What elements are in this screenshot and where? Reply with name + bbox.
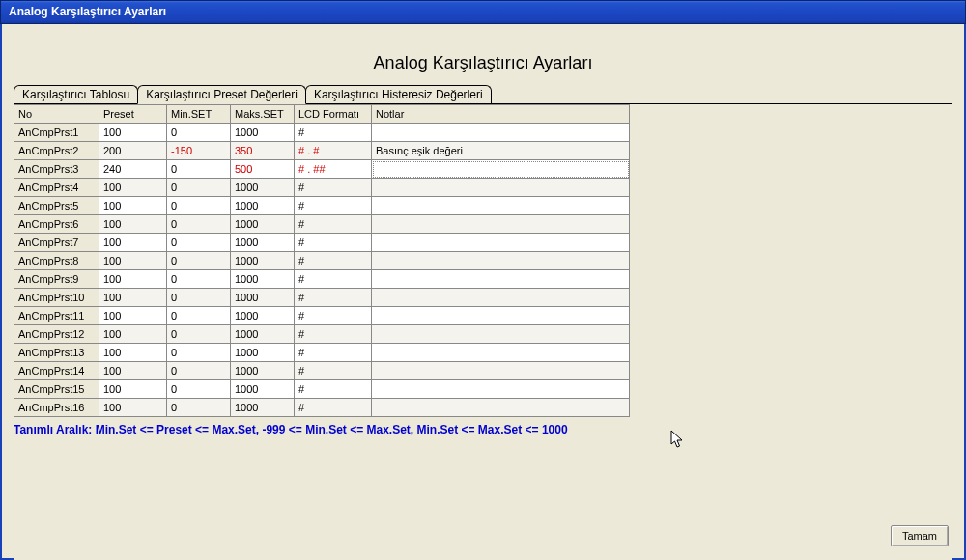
cell-min[interactable]: 0 bbox=[167, 215, 231, 234]
col-no[interactable]: No bbox=[14, 105, 99, 124]
cell-max[interactable]: 1000 bbox=[231, 344, 295, 362]
cell-preset[interactable]: 100 bbox=[99, 234, 167, 252]
col-maxset[interactable]: Maks.SET bbox=[231, 105, 295, 124]
cell-notes[interactable] bbox=[372, 362, 630, 380]
cell-lcd[interactable]: # bbox=[295, 362, 372, 380]
cell-lcd[interactable]: # bbox=[295, 344, 372, 362]
col-minset[interactable]: Min.SET bbox=[167, 105, 231, 124]
table-row: AnCmpPrst1110001000# bbox=[14, 307, 630, 325]
table-row: AnCmpPrst910001000# bbox=[14, 270, 630, 289]
cell-preset[interactable]: 100 bbox=[99, 270, 167, 289]
cell-lcd[interactable]: # bbox=[295, 380, 372, 399]
cell-preset[interactable]: 100 bbox=[99, 179, 167, 197]
cell-notes[interactable] bbox=[372, 325, 630, 344]
cell-min[interactable]: 0 bbox=[167, 252, 231, 270]
cell-preset[interactable]: 100 bbox=[99, 289, 167, 307]
cell-min[interactable]: 0 bbox=[167, 124, 231, 142]
cell-notes[interactable] bbox=[372, 215, 630, 234]
cell-notes[interactable] bbox=[372, 270, 630, 289]
cell-max[interactable]: 1000 bbox=[231, 252, 295, 270]
cell-notes[interactable] bbox=[372, 399, 630, 417]
tab-comparator-table[interactable]: Karşılaştırıcı Tablosu bbox=[14, 85, 138, 103]
table-row: AnCmpPrst1010001000# bbox=[14, 289, 630, 307]
cell-notes[interactable] bbox=[372, 234, 630, 252]
cell-preset[interactable]: 100 bbox=[99, 362, 167, 380]
cell-notes[interactable] bbox=[372, 160, 630, 179]
cell-lcd[interactable]: # bbox=[295, 179, 372, 197]
cell-notes[interactable] bbox=[372, 380, 630, 399]
table-row: AnCmpPrst1610001000# bbox=[14, 399, 630, 417]
cell-notes[interactable] bbox=[372, 179, 630, 197]
cell-lcd[interactable]: # bbox=[295, 270, 372, 289]
cell-max[interactable]: 1000 bbox=[231, 270, 295, 289]
cell-max[interactable]: 1000 bbox=[231, 380, 295, 399]
cell-preset[interactable]: 100 bbox=[99, 399, 167, 417]
cell-preset[interactable]: 100 bbox=[99, 344, 167, 362]
col-preset[interactable]: Preset bbox=[99, 105, 167, 124]
cell-max[interactable]: 500 bbox=[231, 160, 295, 179]
cell-min[interactable]: 0 bbox=[167, 399, 231, 417]
cell-notes[interactable] bbox=[372, 124, 630, 142]
cell-lcd[interactable]: # . ## bbox=[295, 160, 372, 179]
cell-no: AnCmpPrst7 bbox=[14, 234, 99, 252]
cell-lcd[interactable]: # bbox=[295, 252, 372, 270]
cell-preset[interactable]: 100 bbox=[99, 325, 167, 344]
cell-notes[interactable] bbox=[372, 289, 630, 307]
cell-preset[interactable]: 100 bbox=[99, 124, 167, 142]
cell-max[interactable]: 1000 bbox=[231, 124, 295, 142]
cell-preset[interactable]: 100 bbox=[99, 252, 167, 270]
cell-preset[interactable]: 100 bbox=[99, 307, 167, 325]
cell-no: AnCmpPrst6 bbox=[14, 215, 99, 234]
cell-lcd[interactable]: # bbox=[295, 215, 372, 234]
cell-min[interactable]: 0 bbox=[167, 197, 231, 215]
cell-notes[interactable] bbox=[372, 307, 630, 325]
cell-min[interactable]: 0 bbox=[167, 344, 231, 362]
cell-min[interactable]: 0 bbox=[167, 325, 231, 344]
col-lcd[interactable]: LCD Formatı bbox=[295, 105, 372, 124]
cell-notes[interactable] bbox=[372, 252, 630, 270]
cell-max[interactable]: 1000 bbox=[231, 179, 295, 197]
table-header-row: No Preset Min.SET Maks.SET LCD Formatı N… bbox=[14, 105, 630, 124]
cell-notes[interactable] bbox=[372, 197, 630, 215]
cell-no: AnCmpPrst13 bbox=[14, 344, 99, 362]
cell-preset[interactable]: 240 bbox=[99, 160, 167, 179]
tab-hysteresis-values[interactable]: Karşılaştırıcı Histeresiz Değerleri bbox=[305, 85, 492, 103]
page-title: Analog Karşılaştırıcı Ayarları bbox=[14, 53, 952, 73]
cell-lcd[interactable]: # bbox=[295, 234, 372, 252]
cell-min[interactable]: 0 bbox=[167, 307, 231, 325]
cell-min[interactable]: 0 bbox=[167, 234, 231, 252]
cell-min[interactable]: 0 bbox=[167, 289, 231, 307]
cell-max[interactable]: 1000 bbox=[231, 325, 295, 344]
cell-min[interactable]: 0 bbox=[167, 362, 231, 380]
cell-max[interactable]: 1000 bbox=[231, 307, 295, 325]
cell-lcd[interactable]: # bbox=[295, 124, 372, 142]
tab-preset-values[interactable]: Karşılaştırıcı Preset Değerleri bbox=[137, 85, 306, 104]
cell-max[interactable]: 1000 bbox=[231, 289, 295, 307]
cell-preset[interactable]: 200 bbox=[99, 142, 167, 160]
col-notes[interactable]: Notlar bbox=[372, 105, 630, 124]
cell-max[interactable]: 1000 bbox=[231, 197, 295, 215]
cell-notes[interactable]: Basınç eşik değeri bbox=[372, 142, 630, 160]
ok-button[interactable]: Tamam bbox=[891, 525, 949, 546]
cell-max[interactable]: 350 bbox=[231, 142, 295, 160]
cell-min[interactable]: 0 bbox=[167, 160, 231, 179]
cell-lcd[interactable]: # bbox=[295, 399, 372, 417]
cell-preset[interactable]: 100 bbox=[99, 215, 167, 234]
cell-max[interactable]: 1000 bbox=[231, 362, 295, 380]
cell-max[interactable]: 1000 bbox=[231, 215, 295, 234]
cell-preset[interactable]: 100 bbox=[99, 380, 167, 399]
cell-lcd[interactable]: # bbox=[295, 307, 372, 325]
cell-min[interactable]: 0 bbox=[167, 179, 231, 197]
cell-lcd[interactable]: # bbox=[295, 197, 372, 215]
cell-max[interactable]: 1000 bbox=[231, 234, 295, 252]
cell-lcd[interactable]: # bbox=[295, 325, 372, 344]
cell-min[interactable]: 0 bbox=[167, 380, 231, 399]
cell-lcd[interactable]: # bbox=[295, 289, 372, 307]
cell-min[interactable]: -150 bbox=[167, 142, 231, 160]
cell-min[interactable]: 0 bbox=[167, 270, 231, 289]
cell-notes[interactable] bbox=[372, 344, 630, 362]
tab-strip: Karşılaştırıcı Tablosu Karşılaştırıcı Pr… bbox=[14, 85, 952, 104]
cell-preset[interactable]: 100 bbox=[99, 197, 167, 215]
cell-max[interactable]: 1000 bbox=[231, 399, 295, 417]
cell-lcd[interactable]: # . # bbox=[295, 142, 372, 160]
